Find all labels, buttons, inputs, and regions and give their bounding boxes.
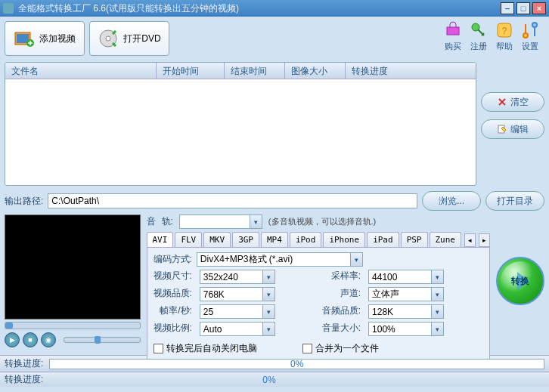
svg-point-5 — [106, 36, 110, 41]
col-progress[interactable]: 转换进度 — [346, 63, 476, 79]
encoding-label: 编码方式: — [154, 253, 192, 266]
audio-track-combo[interactable]: ▾ — [179, 215, 262, 229]
encoding-value: DivX4+MP3格式 (*.avi) — [200, 253, 293, 266]
cart-icon — [444, 21, 462, 39]
video-preview — [5, 215, 141, 319]
merge-label: 合并为一个文件 — [315, 342, 379, 355]
video-icon — [14, 28, 35, 49]
ratio-combo[interactable]: Auto▾ — [200, 322, 275, 336]
aqual-value: 128K — [372, 307, 393, 317]
shutdown-label: 转换完后自动关闭电脑 — [166, 342, 257, 355]
output-path-label: 输出路径: — [5, 195, 43, 208]
vsize-combo[interactable]: 352x240▾ — [200, 270, 275, 284]
help-label: 帮助 — [493, 41, 516, 52]
convert-button[interactable]: 转换 — [496, 257, 544, 305]
tab-mp4[interactable]: MP4 — [261, 232, 288, 247]
srate-combo[interactable]: 44100▾ — [368, 270, 444, 284]
col-filename[interactable]: 文件名 — [5, 63, 157, 79]
col-size[interactable]: 图像大小 — [285, 63, 346, 79]
tab-scroll-left[interactable]: ◂ — [464, 233, 476, 247]
play-button[interactable]: ▶ — [5, 332, 20, 347]
file-list[interactable]: 文件名 开始时间 结束时间 图像大小 转换进度 — [5, 62, 476, 186]
checkbox-icon — [154, 344, 163, 353]
svg-rect-0 — [3, 3, 14, 14]
buy-label: 购买 — [442, 41, 464, 52]
register-label: 注册 — [467, 41, 490, 52]
chevron-down-icon[interactable]: ▾ — [262, 288, 274, 301]
seek-slider[interactable] — [5, 322, 141, 329]
aqual-combo[interactable]: 128K▾ — [368, 304, 444, 319]
vqual-combo[interactable]: 768K▾ — [200, 287, 275, 301]
tab-scroll-right[interactable]: ▸ — [479, 233, 490, 247]
col-end[interactable]: 结束时间 — [225, 63, 285, 79]
stop-button[interactable]: ■ — [23, 332, 38, 347]
help-button[interactable]: ? 帮助 — [493, 21, 516, 52]
titlebar: 全能格式转换工厂 6.6(试用版只能转换出五分钟的视频) – □ × — [0, 0, 549, 17]
maximize-button[interactable]: □ — [516, 2, 530, 14]
audio-label: 音 — [147, 215, 156, 228]
vol-combo[interactable]: 100%▾ — [368, 322, 444, 336]
srate-label: 采样率: — [322, 270, 361, 284]
browse-button[interactable]: 浏览... — [422, 191, 481, 211]
tab-ipod[interactable]: iPod — [290, 232, 322, 247]
merge-checkbox[interactable]: 合并为一个文件 — [302, 342, 379, 355]
edit-button[interactable]: 编辑 — [481, 119, 544, 139]
chevron-down-icon[interactable]: ▾ — [431, 305, 443, 318]
clear-button[interactable]: 清空 — [481, 92, 544, 112]
chevron-down-icon[interactable]: ▾ — [431, 270, 443, 283]
vsize-label: 视频尺寸: — [154, 270, 192, 284]
svg-text:?: ? — [502, 26, 507, 36]
snapshot-button[interactable]: ◉ — [41, 332, 56, 347]
ratio-value: Auto — [203, 324, 222, 335]
open-dir-label: 打开目录 — [497, 195, 533, 208]
add-video-button[interactable]: 添加视频 — [5, 21, 85, 56]
tab-avi[interactable]: AVI — [147, 232, 174, 247]
bottom-progress-value: 0% — [262, 375, 275, 385]
tab-ipad[interactable]: iPad — [367, 232, 399, 247]
tab-flv[interactable]: FLV — [175, 232, 202, 247]
col-start[interactable]: 开始时间 — [157, 63, 225, 79]
track-label: 轨: — [162, 215, 173, 228]
vqual-label: 视频品质: — [154, 287, 192, 301]
format-tabs: AVIFLVMKV3GPMP4iPodiPhoneiPadPSPZune◂▸ — [147, 232, 491, 247]
chevron-down-icon[interactable]: ▾ — [262, 270, 274, 283]
progress-value: 0% — [290, 359, 303, 369]
add-video-label: 添加视频 — [39, 32, 76, 45]
output-path-input[interactable] — [48, 193, 417, 208]
help-icon: ? — [495, 21, 513, 39]
list-header: 文件名 开始时间 结束时间 图像大小 转换进度 — [5, 63, 476, 79]
tab-mkv[interactable]: MKV — [203, 232, 231, 247]
x-icon — [497, 97, 507, 107]
vol-label: 音量大小: — [322, 322, 361, 336]
volume-slider[interactable] — [64, 337, 141, 343]
chan-value: 立体声 — [372, 288, 399, 301]
chevron-down-icon[interactable]: ▾ — [262, 305, 274, 318]
close-button[interactable]: × — [532, 2, 546, 14]
chevron-down-icon[interactable]: ▾ — [431, 323, 443, 335]
chevron-down-icon[interactable]: ▾ — [350, 253, 362, 266]
checkbox-icon — [302, 344, 312, 353]
chevron-down-icon[interactable]: ▾ — [250, 215, 262, 228]
buy-button[interactable]: 购买 — [442, 21, 464, 52]
tab-iphone[interactable]: iPhone — [323, 232, 365, 247]
chan-label: 声道: — [322, 287, 361, 301]
vol-value: 100% — [372, 324, 395, 335]
svg-rect-6 — [447, 27, 459, 35]
minimize-button[interactable]: – — [501, 2, 514, 14]
chevron-down-icon[interactable]: ▾ — [262, 323, 274, 335]
fps-combo[interactable]: 25▾ — [200, 304, 275, 319]
app-icon — [3, 3, 14, 14]
tab-psp[interactable]: PSP — [401, 232, 428, 247]
chan-combo[interactable]: 立体声▾ — [368, 287, 444, 301]
encoding-combo[interactable]: DivX4+MP3格式 (*.avi)▾ — [197, 252, 363, 267]
shutdown-checkbox[interactable]: 转换完后自动关闭电脑 — [154, 342, 257, 355]
settings-button[interactable]: 设置 — [519, 21, 541, 52]
vsize-value: 352x240 — [203, 272, 238, 282]
open-dir-button[interactable]: 打开目录 — [485, 191, 544, 211]
register-button[interactable]: 注册 — [467, 21, 490, 52]
open-dvd-button[interactable]: 打开DVD — [89, 21, 169, 56]
progress-bar: 0% — [49, 359, 544, 369]
tab-zune[interactable]: Zune — [430, 232, 462, 247]
chevron-down-icon[interactable]: ▾ — [431, 288, 443, 301]
tab-3gp[interactable]: 3GP — [232, 232, 259, 247]
